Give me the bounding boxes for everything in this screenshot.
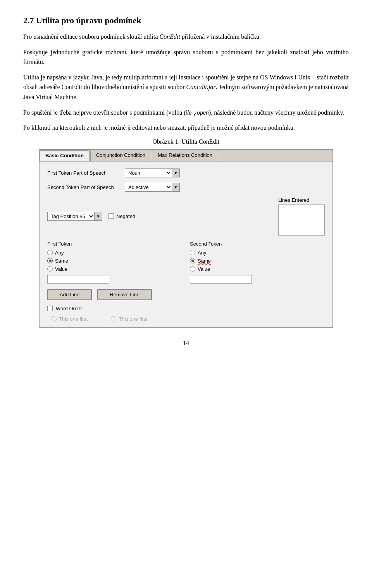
lines-entered-group: Lines Entered <box>278 197 325 236</box>
middle-row: Tag Position #5 ▼ Negated Lines Entered <box>47 197 325 236</box>
first-this-one-label: This one first <box>59 316 88 322</box>
first-token-same-radio[interactable] <box>47 258 53 263</box>
tab-basic-condition[interactable]: Basic Condition <box>40 150 90 161</box>
first-token-any-label: Any <box>55 250 64 256</box>
word-order-checkbox[interactable] <box>47 306 53 311</box>
first-token-col-label: First Token <box>47 241 182 247</box>
buttons-row: Add Line Remove Line <box>47 289 325 300</box>
second-token-radio-group: Any Same Value <box>190 250 325 272</box>
first-token-value-input[interactable] <box>47 275 109 284</box>
paragraph-2: Poskytuje jednoduché grafické rozhraní, … <box>23 47 349 67</box>
section-number: 2.7 <box>23 15 34 25</box>
first-token-value-radio[interactable] <box>47 266 53 272</box>
second-token-value-label: Value <box>198 266 210 272</box>
paragraph-5: Po kliknutí na kteroukoli z nich je možn… <box>23 123 349 133</box>
second-token-same[interactable]: Same <box>190 258 325 264</box>
negated-group: Negated <box>108 213 135 219</box>
first-token-any[interactable]: Any <box>47 250 182 256</box>
second-token-same-radio[interactable] <box>190 258 195 263</box>
tabs-bar: Basic Condition Conjunction Condition Ma… <box>40 150 332 162</box>
second-token-row: Second Token Part of Speech Adjective ▼ <box>47 183 325 192</box>
tag-position-group: Tag Position #5 ▼ <box>47 212 102 221</box>
lines-entered-label: Lines Entered <box>278 197 309 203</box>
negated-checkbox[interactable] <box>108 213 114 219</box>
second-this-one-label: This one first <box>119 316 147 322</box>
first-token-value[interactable]: Value <box>47 266 182 272</box>
paragraph-4: Po spuštění je třeba nejprve otevřít sou… <box>23 108 349 118</box>
window-content: First Token Part of Speech Noun ▼ Second… <box>40 162 332 327</box>
first-token-row: First Token Part of Speech Noun ▼ <box>47 168 325 177</box>
italic-conedit-1: ConEdit <box>160 33 180 40</box>
section-heading: 2.7 Utilita pro úpravu podmínek <box>23 15 349 26</box>
second-token-col-label: Second Token <box>190 241 325 247</box>
first-token-select[interactable]: Noun <box>125 169 172 177</box>
italic-conedit-jar: ConEdit.jar <box>186 84 216 90</box>
paragraph-3: Utilita je napsána v jazyku Java, je ted… <box>23 72 349 102</box>
tab-max-relations-condition[interactable]: Max Relations Condition <box>152 150 218 161</box>
figure-label: Obrázek 1: Utilita ConEdit <box>23 138 349 145</box>
this-one-row: This one first This one first <box>47 316 325 322</box>
second-token-any[interactable]: Any <box>190 250 325 256</box>
second-token-dropdown-wrapper[interactable]: Adjective ▼ <box>125 183 180 192</box>
tokens-section: First Token Any Same Value <box>47 241 325 284</box>
word-order-label: Word Order <box>56 306 82 311</box>
second-this-one-radio <box>111 316 116 322</box>
second-token-value[interactable]: Value <box>190 266 325 272</box>
second-this-one-first: This one first <box>111 316 147 322</box>
second-token-any-label: Any <box>198 250 206 256</box>
conedit-window: Basic Condition Conjunction Condition Ma… <box>39 149 333 328</box>
second-token-value-radio[interactable] <box>190 266 195 272</box>
second-token-value-input[interactable] <box>190 275 252 284</box>
tab-conjunction-condition[interactable]: Conjunction Condition <box>90 150 151 161</box>
italic-file-open: file-¿open <box>184 109 209 116</box>
second-token-select[interactable]: Adjective <box>125 183 172 191</box>
tag-position-wrapper[interactable]: Tag Position #5 ▼ <box>47 212 102 221</box>
first-token-dropdown-wrapper[interactable]: Noun ▼ <box>125 168 180 177</box>
word-order-row: Word Order <box>47 306 325 311</box>
first-token-col: First Token Any Same Value <box>47 241 182 284</box>
tag-position-select[interactable]: Tag Position #5 <box>48 212 94 220</box>
lines-entered-box[interactable] <box>278 205 325 236</box>
first-token-same[interactable]: Same <box>47 258 182 264</box>
negated-label: Negated <box>116 213 135 219</box>
second-token-label: Second Token Part of Speech <box>47 184 125 190</box>
first-token-arrow-icon[interactable]: ▼ <box>172 169 179 177</box>
second-token-arrow-icon[interactable]: ▼ <box>172 183 179 191</box>
remove-line-button[interactable]: Remove Line <box>97 289 152 300</box>
page-number: 14 <box>23 340 349 347</box>
first-token-any-radio[interactable] <box>47 250 53 255</box>
first-this-one-first: This one first <box>51 316 88 322</box>
first-token-label: First Token Part of Speech <box>47 170 125 176</box>
first-token-radio-group: Any Same Value <box>47 250 182 272</box>
first-token-value-label: Value <box>55 266 67 272</box>
paragraph-1: Pro usnadnění editace souboru podmínek s… <box>23 32 349 42</box>
tag-position-arrow-icon[interactable]: ▼ <box>94 212 102 220</box>
second-token-same-label: Same <box>198 258 211 264</box>
first-this-one-radio <box>51 316 57 322</box>
first-token-same-label: Same <box>55 258 68 264</box>
section-title: Utilita pro úpravu podmínek <box>36 15 141 25</box>
add-line-button[interactable]: Add Line <box>47 289 92 300</box>
second-token-col: Second Token Any Same Value <box>190 241 325 284</box>
second-token-any-radio[interactable] <box>190 250 195 255</box>
